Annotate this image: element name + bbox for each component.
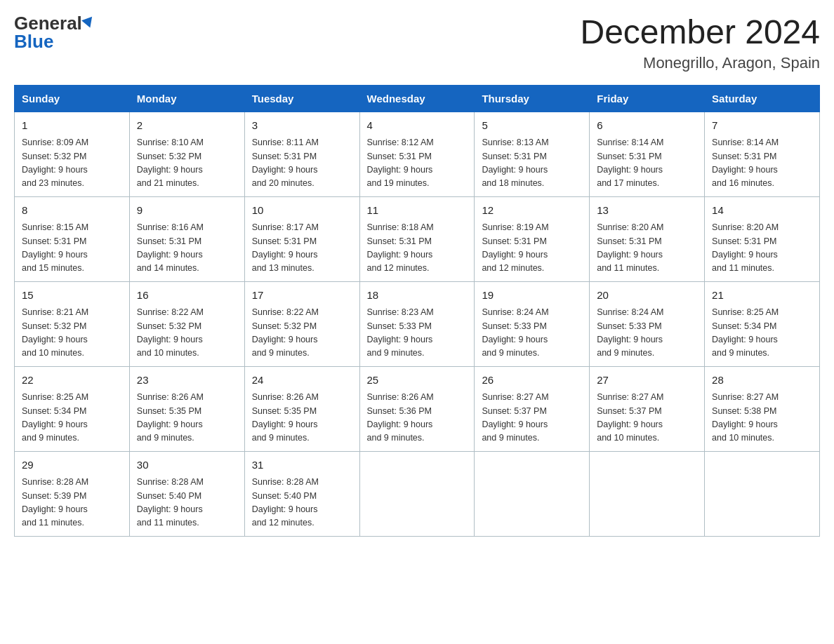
daylight-minutes: and 9 minutes. — [712, 348, 769, 358]
day-number: 6 — [597, 118, 697, 134]
calendar-cell: 17 Sunrise: 8:22 AM Sunset: 5:32 PM Dayl… — [244, 281, 359, 366]
daylight-minutes: and 9 minutes. — [597, 348, 654, 358]
calendar-cell: 14 Sunrise: 8:20 AM Sunset: 5:31 PM Dayl… — [705, 196, 820, 281]
sunset-label: Sunset: 5:32 PM — [137, 321, 201, 331]
day-number: 18 — [367, 288, 468, 304]
daylight-label: Daylight: 9 hours — [712, 165, 778, 175]
calendar-cell: 1 Sunrise: 8:09 AM Sunset: 5:32 PM Dayli… — [15, 112, 130, 196]
daylight-minutes: and 12 minutes. — [482, 263, 544, 273]
sunrise-label: Sunrise: 8:13 AM — [482, 137, 548, 147]
calendar-cell: 15 Sunrise: 8:21 AM Sunset: 5:32 PM Dayl… — [15, 281, 130, 366]
day-number: 16 — [137, 288, 237, 304]
calendar-title: December 2024 — [580, 14, 820, 51]
daylight-label: Daylight: 9 hours — [597, 165, 663, 175]
sunrise-label: Sunrise: 8:12 AM — [367, 137, 434, 147]
sunset-label: Sunset: 5:31 PM — [22, 236, 86, 246]
sunset-label: Sunset: 5:36 PM — [367, 406, 432, 416]
week-row-5: 29 Sunrise: 8:28 AM Sunset: 5:39 PM Dayl… — [15, 451, 820, 536]
calendar-cell: 29 Sunrise: 8:28 AM Sunset: 5:39 PM Dayl… — [15, 451, 130, 536]
logo-blue: Blue — [14, 32, 53, 51]
sunrise-label: Sunrise: 8:11 AM — [252, 137, 319, 147]
day-info: Sunrise: 8:21 AM Sunset: 5:32 PM Dayligh… — [22, 306, 122, 361]
header-day-thursday: Thursday — [475, 85, 590, 112]
sunrise-label: Sunrise: 8:28 AM — [22, 477, 88, 487]
daylight-minutes: and 9 minutes. — [252, 433, 310, 443]
sunrise-label: Sunrise: 8:27 AM — [597, 392, 663, 402]
sunset-label: Sunset: 5:32 PM — [252, 321, 317, 331]
sunrise-label: Sunrise: 8:18 AM — [367, 222, 434, 232]
sunset-label: Sunset: 5:39 PM — [22, 491, 86, 501]
title-block: December 2024 Monegrillo, Aragon, Spain — [580, 14, 820, 72]
calendar-cell: 20 Sunrise: 8:24 AM Sunset: 5:33 PM Dayl… — [590, 281, 705, 366]
day-number: 4 — [367, 118, 468, 134]
sunrise-label: Sunrise: 8:27 AM — [482, 392, 548, 402]
sunrise-label: Sunrise: 8:25 AM — [712, 307, 779, 317]
calendar-cell: 27 Sunrise: 8:27 AM Sunset: 5:37 PM Dayl… — [590, 366, 705, 451]
daylight-minutes: and 15 minutes. — [22, 263, 84, 273]
sunset-label: Sunset: 5:31 PM — [712, 236, 776, 246]
daylight-minutes: and 11 minutes. — [597, 263, 659, 273]
daylight-label: Daylight: 9 hours — [22, 504, 88, 514]
calendar-cell: 8 Sunrise: 8:15 AM Sunset: 5:31 PM Dayli… — [15, 196, 130, 281]
day-info: Sunrise: 8:23 AM Sunset: 5:33 PM Dayligh… — [367, 306, 468, 361]
sunset-label: Sunset: 5:31 PM — [712, 152, 776, 161]
logo-arrow-icon — [81, 17, 95, 30]
day-number: 9 — [137, 203, 237, 219]
header-day-friday: Friday — [590, 85, 705, 112]
sunrise-label: Sunrise: 8:09 AM — [22, 137, 88, 147]
daylight-label: Daylight: 9 hours — [712, 250, 778, 260]
day-info: Sunrise: 8:11 AM Sunset: 5:31 PM Dayligh… — [252, 136, 352, 191]
daylight-minutes: and 16 minutes. — [712, 178, 774, 188]
sunrise-label: Sunrise: 8:26 AM — [137, 392, 204, 402]
daylight-label: Daylight: 9 hours — [137, 504, 203, 514]
sunrise-label: Sunrise: 8:16 AM — [137, 222, 204, 232]
sunset-label: Sunset: 5:31 PM — [137, 236, 201, 246]
calendar-cell: 7 Sunrise: 8:14 AM Sunset: 5:31 PM Dayli… — [705, 112, 820, 196]
day-number: 15 — [22, 288, 122, 304]
sunrise-label: Sunrise: 8:20 AM — [712, 222, 779, 232]
header-day-tuesday: Tuesday — [244, 85, 359, 112]
daylight-label: Daylight: 9 hours — [137, 420, 203, 429]
calendar-cell: 26 Sunrise: 8:27 AM Sunset: 5:37 PM Dayl… — [475, 366, 590, 451]
day-number: 2 — [137, 118, 237, 134]
sunset-label: Sunset: 5:31 PM — [597, 236, 661, 246]
daylight-minutes: and 9 minutes. — [482, 433, 539, 443]
day-info: Sunrise: 8:16 AM Sunset: 5:31 PM Dayligh… — [137, 221, 237, 276]
day-number: 14 — [712, 203, 812, 219]
daylight-label: Daylight: 9 hours — [252, 165, 318, 175]
calendar-cell: 6 Sunrise: 8:14 AM Sunset: 5:31 PM Dayli… — [590, 112, 705, 196]
daylight-minutes: and 9 minutes. — [137, 433, 194, 443]
sunset-label: Sunset: 5:31 PM — [367, 152, 432, 161]
day-info: Sunrise: 8:27 AM Sunset: 5:38 PM Dayligh… — [712, 391, 812, 445]
day-number: 21 — [712, 288, 812, 304]
sunrise-label: Sunrise: 8:23 AM — [367, 307, 434, 317]
calendar-cell: 10 Sunrise: 8:17 AM Sunset: 5:31 PM Dayl… — [244, 196, 359, 281]
day-number: 26 — [482, 373, 582, 389]
calendar-cell: 9 Sunrise: 8:16 AM Sunset: 5:31 PM Dayli… — [129, 196, 244, 281]
sunset-label: Sunset: 5:40 PM — [137, 491, 201, 501]
calendar-cell: 30 Sunrise: 8:28 AM Sunset: 5:40 PM Dayl… — [129, 451, 244, 536]
day-number: 29 — [22, 457, 122, 474]
sunset-label: Sunset: 5:38 PM — [712, 406, 776, 416]
calendar-cell — [590, 451, 705, 536]
day-number: 17 — [252, 288, 352, 304]
logo: General Blue — [14, 14, 94, 51]
daylight-label: Daylight: 9 hours — [367, 420, 433, 429]
daylight-label: Daylight: 9 hours — [367, 335, 433, 344]
sunrise-label: Sunrise: 8:26 AM — [367, 392, 434, 402]
calendar-cell: 2 Sunrise: 8:10 AM Sunset: 5:32 PM Dayli… — [129, 112, 244, 196]
day-info: Sunrise: 8:22 AM Sunset: 5:32 PM Dayligh… — [137, 306, 237, 361]
daylight-label: Daylight: 9 hours — [22, 250, 88, 260]
header-row: SundayMondayTuesdayWednesdayThursdayFrid… — [15, 85, 820, 112]
calendar-cell: 24 Sunrise: 8:26 AM Sunset: 5:35 PM Dayl… — [244, 366, 359, 451]
day-number: 13 — [597, 203, 697, 219]
daylight-minutes: and 9 minutes. — [367, 348, 425, 358]
calendar-cell: 21 Sunrise: 8:25 AM Sunset: 5:34 PM Dayl… — [705, 281, 820, 366]
calendar-cell: 4 Sunrise: 8:12 AM Sunset: 5:31 PM Dayli… — [359, 112, 475, 196]
sunset-label: Sunset: 5:40 PM — [252, 491, 317, 501]
calendar-cell: 16 Sunrise: 8:22 AM Sunset: 5:32 PM Dayl… — [129, 281, 244, 366]
day-info: Sunrise: 8:24 AM Sunset: 5:33 PM Dayligh… — [597, 306, 697, 361]
week-row-1: 1 Sunrise: 8:09 AM Sunset: 5:32 PM Dayli… — [15, 112, 820, 196]
day-number: 1 — [22, 118, 122, 134]
day-info: Sunrise: 8:10 AM Sunset: 5:32 PM Dayligh… — [137, 136, 237, 191]
